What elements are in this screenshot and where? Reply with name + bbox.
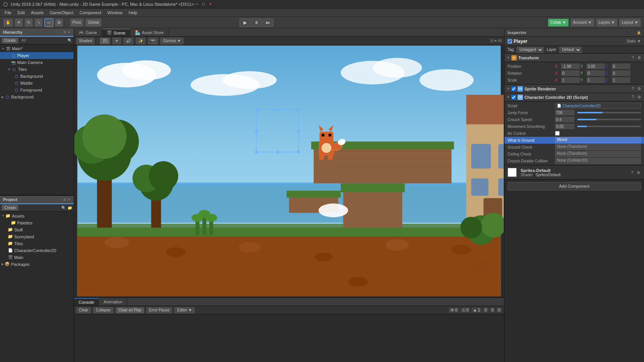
- jump-force-slider[interactable]: [577, 112, 641, 113]
- pivot-button[interactable]: Pivot: [70, 18, 84, 27]
- hierarchy-item-foreground[interactable]: ⬡ Foreground: [0, 87, 74, 93]
- position-x-input[interactable]: [561, 64, 580, 69]
- project-tiles-item[interactable]: 📁 Tiles: [0, 240, 74, 247]
- hierarchy-item-main[interactable]: ▼ 🎬 Main*: [0, 45, 74, 52]
- pause-button[interactable]: ⏸: [251, 18, 262, 27]
- what-is-ground-dropdown[interactable]: Mixed: [555, 137, 641, 143]
- clear-button[interactable]: Clear: [76, 307, 91, 313]
- play-button[interactable]: ▶: [240, 18, 250, 27]
- jump-force-input[interactable]: [555, 110, 574, 115]
- script-value[interactable]: 📄 CharacterController2D: [555, 103, 641, 109]
- ground-check-ref[interactable]: None (Transform): [555, 144, 641, 150]
- rotation-z-input[interactable]: [612, 70, 630, 76]
- menu-assets[interactable]: Assets: [28, 10, 47, 16]
- material-preview[interactable]: [508, 168, 517, 177]
- hierarchy-item-background1[interactable]: ⬡ Background: [0, 73, 74, 80]
- project-packages-item[interactable]: ▶ 📦 Packages: [0, 261, 74, 268]
- position-z-input[interactable]: [612, 64, 630, 69]
- scene-cam-button[interactable]: 📷: [148, 38, 158, 44]
- rotation-x-input[interactable]: [561, 70, 580, 76]
- scale-tool-button[interactable]: ⤡: [34, 18, 43, 27]
- scale-z-input[interactable]: [612, 77, 630, 83]
- layer-select[interactable]: Default: [559, 47, 582, 53]
- sprite-renderer-help[interactable]: ?: [630, 86, 636, 92]
- step-button[interactable]: ⏭: [263, 18, 273, 27]
- menu-window[interactable]: Window: [104, 10, 125, 16]
- transform-help-icon[interactable]: ?: [630, 55, 636, 61]
- inspector-lock-icon[interactable]: 🔒: [637, 31, 641, 34]
- sprite-renderer-enabled-checkbox[interactable]: [511, 87, 516, 91]
- global-button[interactable]: Global: [85, 18, 102, 27]
- layers-button[interactable]: Layers ▼: [596, 18, 618, 27]
- rotate-tool-button[interactable]: ↻: [25, 18, 33, 27]
- fx-button[interactable]: ✨: [136, 38, 146, 44]
- transform-settings-icon[interactable]: ⚙: [636, 55, 642, 61]
- ceiling-check-ref[interactable]: None (Transform): [555, 151, 641, 157]
- scene-tab[interactable]: 🎬 Scene: [102, 29, 130, 36]
- minimize-button[interactable]: ─: [194, 2, 199, 7]
- game-tab[interactable]: 🎮 Game: [74, 29, 102, 36]
- tag-select[interactable]: Untagged: [517, 47, 544, 53]
- close-button[interactable]: ✕: [208, 2, 213, 7]
- project-tab[interactable]: Project ⚙ ✕: [0, 196, 74, 204]
- menu-file[interactable]: File: [2, 10, 15, 16]
- controller-help[interactable]: ?: [630, 95, 636, 100]
- collab-button[interactable]: Collab ▼: [548, 18, 569, 27]
- menu-edit[interactable]: Edit: [15, 10, 28, 16]
- layout-button[interactable]: Layout ▼: [619, 18, 641, 27]
- hierarchy-item-maincamera[interactable]: ▶ 📷 Main Camera: [0, 59, 74, 66]
- scale-x-input[interactable]: [561, 77, 580, 83]
- static-button[interactable]: Static ▼: [626, 39, 641, 43]
- account-button[interactable]: Account ▼: [570, 18, 595, 27]
- transform-tool-button[interactable]: ⊞: [55, 18, 63, 27]
- hierarchy-create-button[interactable]: Create: [2, 38, 18, 44]
- gizmos-button[interactable]: Gizmos ▼: [160, 38, 184, 44]
- 2d-mode-button[interactable]: 2D: [100, 38, 110, 44]
- position-y-input[interactable]: [586, 64, 605, 69]
- project-main-item[interactable]: 🎬 Main: [0, 254, 74, 261]
- controller-enabled-checkbox[interactable]: [511, 95, 516, 100]
- audio-button[interactable]: 🔊: [123, 38, 133, 44]
- air-control-checkbox[interactable]: [555, 131, 560, 136]
- sprite-renderer-header[interactable]: ▼ SR Sprite Renderer ? ⚙: [504, 85, 644, 93]
- animation-tab[interactable]: Animation: [99, 298, 127, 306]
- add-component-button[interactable]: Add Component: [508, 182, 641, 190]
- character-controller-header[interactable]: ▼ CS Character Controller 2D (Script) ? …: [504, 93, 644, 102]
- hierarchy-item-tiles[interactable]: ▼ ⬡ Tiles: [0, 66, 74, 73]
- move-tool-button[interactable]: ✛: [15, 18, 23, 27]
- crouch-disable-ref[interactable]: None (Collider2D): [555, 158, 641, 164]
- editor-button[interactable]: Editor ▼: [174, 307, 195, 313]
- asset-store-tab[interactable]: 🏪 Asset Store: [130, 29, 169, 36]
- clear-on-play-button[interactable]: Clear on Play: [116, 307, 144, 313]
- hierarchy-item-player[interactable]: ▶ ⬡ Player: [0, 52, 74, 59]
- material-help[interactable]: ?: [629, 170, 635, 175]
- project-sunnyland-item[interactable]: 📁 Sunnyland: [0, 233, 74, 240]
- controller-settings[interactable]: ⚙: [636, 95, 642, 100]
- movement-smoothing-input[interactable]: [555, 124, 574, 129]
- hierarchy-item-middle[interactable]: ⬡ Middle: [0, 80, 74, 87]
- shading-mode-button[interactable]: Shaded: [76, 38, 95, 44]
- rotation-y-input[interactable]: [586, 70, 605, 76]
- project-folder-icon[interactable]: 📁: [67, 206, 72, 210]
- hierarchy-item-background2[interactable]: ▶ ⬡ Background: [0, 93, 74, 100]
- maximize-button[interactable]: □: [201, 2, 206, 7]
- scale-y-input[interactable]: [586, 77, 605, 83]
- material-settings[interactable]: ⚙: [636, 170, 641, 175]
- movement-smoothing-slider[interactable]: [577, 126, 641, 127]
- rect-tool-button[interactable]: ▭: [44, 18, 53, 27]
- hand-tool-button[interactable]: ✋: [3, 18, 13, 27]
- project-create-button[interactable]: Create: [2, 205, 18, 211]
- menu-help[interactable]: Help: [125, 10, 140, 16]
- project-palettes-item[interactable]: ▶ 📁 Palettes: [0, 219, 74, 226]
- crouch-speed-slider[interactable]: [577, 119, 641, 120]
- project-assets-item[interactable]: ▼ 📁 Assets: [0, 213, 74, 219]
- collapse-button[interactable]: Collapse: [93, 307, 113, 313]
- game-view[interactable]: [74, 45, 504, 297]
- project-stuff-item[interactable]: 📁 Stuff: [0, 226, 74, 233]
- console-tab[interactable]: Console: [74, 298, 99, 306]
- menu-component[interactable]: Component: [76, 10, 104, 16]
- transform-component-header[interactable]: ▼ ⟳ Transform ? ⚙: [504, 54, 644, 62]
- project-controller2d-item[interactable]: 📄 CharacterController2D: [0, 247, 74, 254]
- object-enabled-checkbox[interactable]: [508, 39, 512, 44]
- menu-gameobject[interactable]: GameObject: [47, 10, 77, 16]
